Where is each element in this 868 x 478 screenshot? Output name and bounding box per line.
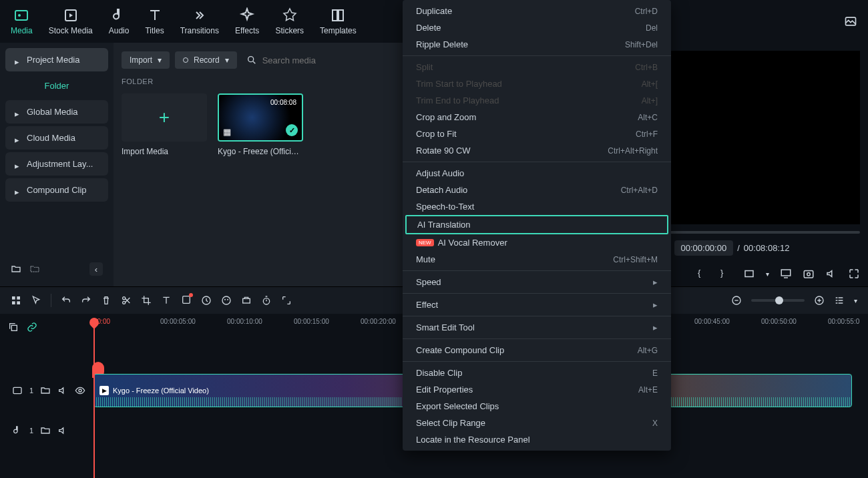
menu-item-edit-properties[interactable]: Edit PropertiesAlt+E — [403, 381, 671, 398]
ruler-tick: 00:00:55:0 — [828, 318, 868, 325]
tab-stickers[interactable]: Stickers — [275, 7, 304, 35]
copy-icon[interactable] — [8, 322, 19, 332]
folder-icon[interactable] — [40, 425, 51, 436]
mute-icon[interactable] — [57, 425, 68, 436]
zoom-in-icon[interactable] — [814, 295, 825, 306]
color-icon[interactable] — [221, 295, 232, 306]
undo-icon[interactable] — [61, 295, 71, 306]
chevron-right-icon: ▸ — [15, 135, 21, 142]
list-view-icon[interactable] — [834, 295, 845, 306]
menu-item-label: AI Translation — [417, 220, 471, 230]
tab-label: Templates — [320, 26, 357, 35]
fullscreen-icon[interactable] — [848, 268, 860, 280]
sidebar-item-compound-clip[interactable]: ▸ Compound Clip — [5, 178, 108, 202]
chevron-down-icon[interactable]: ▾ — [854, 297, 857, 304]
menu-item-ripple-delete[interactable]: Ripple DeleteShift+Del — [403, 36, 671, 53]
record-dropdown[interactable]: Record ▾ — [175, 51, 237, 69]
sidebar-item-adjustment-layer[interactable]: ▸ Adjustment Lay... — [5, 152, 108, 176]
menu-item-disable-clip[interactable]: Disable ClipE — [403, 365, 671, 381]
expand-icon[interactable] — [281, 295, 292, 306]
new-folder-icon[interactable] — [11, 264, 21, 274]
folder-icon[interactable] — [40, 385, 51, 396]
tab-templates[interactable]: Templates — [320, 7, 357, 35]
menu-item-smart-edit-tool[interactable]: Smart Edit Tool▸ — [403, 319, 671, 336]
link-icon[interactable] — [27, 322, 37, 332]
new-badge: NEW — [416, 239, 434, 246]
import-dropdown[interactable]: Import ▾ — [122, 51, 170, 69]
menu-item-trim-start-to-playhead: Trim Start to PlayheadAlt+[ — [403, 75, 671, 92]
menu-item-export-selected-clips[interactable]: Export Selected Clips — [403, 398, 671, 415]
grid-icon[interactable] — [11, 295, 21, 306]
tab-audio[interactable]: Audio — [109, 7, 130, 35]
menu-item-label: Adjust Audio — [416, 168, 464, 178]
mute-icon[interactable] — [57, 385, 68, 396]
chevron-down-icon: ▾ — [158, 55, 162, 65]
menu-item-ai-vocal-remover[interactable]: NEWAI Vocal Remover — [403, 234, 671, 251]
tab-effects[interactable]: Effects — [235, 7, 259, 35]
menu-item-select-clip-range[interactable]: Select Clip RangeX — [403, 415, 671, 431]
svg-rect-13 — [12, 301, 15, 304]
menu-item-ai-translation[interactable]: AI Translation — [405, 215, 668, 234]
tab-transitions[interactable]: Transitions — [180, 7, 219, 35]
ratio-icon[interactable] — [743, 268, 755, 280]
snapshot-icon[interactable] — [803, 268, 815, 280]
eye-icon[interactable] — [75, 385, 85, 396]
media-clip-tile[interactable]: 00:08:08 ▦ ✓ Kygo - Freeze (Official ... — [218, 93, 303, 156]
collapse-sidebar-button[interactable]: ‹ — [89, 262, 103, 276]
delete-icon[interactable] — [101, 295, 112, 306]
menu-item-speed[interactable]: Speed▸ — [403, 274, 671, 290]
brace-open-icon[interactable]: { — [698, 268, 710, 280]
keyframe-icon[interactable] — [241, 295, 252, 306]
monitor-icon[interactable] — [780, 268, 792, 280]
split-icon[interactable] — [121, 295, 132, 306]
sidebar-item-global-media[interactable]: ▸ Global Media — [5, 100, 108, 124]
menu-item-speech-to-text[interactable]: Speech-to-Text — [403, 198, 671, 215]
crop-icon[interactable] — [141, 295, 152, 306]
menu-item-split: SplitCtrl+B — [403, 59, 671, 75]
brace-close-icon[interactable]: } — [720, 268, 732, 280]
menu-shortcut: Ctrl+F — [636, 130, 658, 139]
media-item-name: Kygo - Freeze (Official ... — [218, 147, 303, 156]
audio-icon — [111, 7, 127, 23]
chevron-down-icon[interactable]: ▾ — [766, 270, 769, 278]
sidebar-item-folder[interactable]: Folder — [5, 74, 108, 97]
cursor-icon[interactable] — [31, 295, 41, 306]
folder-icon[interactable] — [29, 264, 40, 274]
menu-item-delete[interactable]: DeleteDel — [403, 19, 671, 36]
menu-item-rotate-90-cw[interactable]: Rotate 90 CWCtrl+Alt+Right — [403, 142, 671, 159]
svg-rect-3 — [333, 10, 337, 21]
menu-item-crop-to-fit[interactable]: Crop to FitCtrl+F — [403, 126, 671, 142]
zoom-slider[interactable] — [751, 299, 805, 302]
menu-item-detach-audio[interactable]: Detach AudioCtrl+Alt+D — [403, 182, 671, 198]
tab-media[interactable]: Media — [11, 7, 33, 35]
speed-icon[interactable] — [201, 295, 212, 306]
tab-stock-media[interactable]: Stock Media — [49, 7, 93, 35]
menu-item-effect[interactable]: Effect▸ — [403, 296, 671, 313]
menu-item-locate-in-the-resource-panel[interactable]: Locate in the Resource Panel — [403, 431, 671, 448]
chevron-right-icon: ▸ — [15, 187, 21, 194]
menu-item-duplicate[interactable]: DuplicateCtrl+D — [403, 3, 671, 19]
chevron-right-icon: ▸ — [15, 57, 21, 63]
menu-shortcut: Ctrl+Shift+M — [613, 255, 658, 264]
zoom-out-icon[interactable] — [731, 295, 742, 306]
context-menu: DuplicateCtrl+DDeleteDelRipple DeleteShi… — [403, 0, 671, 451]
menu-item-adjust-audio[interactable]: Adjust Audio — [403, 165, 671, 182]
effects-icon — [239, 7, 255, 23]
ruler-tick: 00:00:05:00 — [160, 318, 227, 325]
playhead[interactable] — [93, 318, 95, 478]
timer-icon[interactable] — [261, 295, 272, 306]
tab-label: Effects — [235, 26, 259, 35]
menu-item-crop-and-zoom[interactable]: Crop and ZoomAlt+C — [403, 109, 671, 126]
menu-item-label: Ripple Delete — [416, 39, 468, 49]
tab-titles[interactable]: Titles — [145, 7, 164, 35]
dropdown-label: Import — [130, 55, 152, 65]
volume-icon[interactable] — [825, 268, 837, 280]
sidebar-item-cloud-media[interactable]: ▸ Cloud Media — [5, 126, 108, 150]
import-media-tile[interactable]: + Import Media — [122, 93, 207, 156]
screenshot-icon[interactable] — [844, 15, 857, 28]
text-icon[interactable] — [161, 295, 172, 306]
menu-item-mute[interactable]: MuteCtrl+Shift+M — [403, 251, 671, 268]
menu-item-create-compound-clip[interactable]: Create Compound ClipAlt+G — [403, 342, 671, 358]
sidebar-item-project-media[interactable]: ▸ Project Media — [5, 48, 108, 71]
redo-icon[interactable] — [81, 295, 91, 306]
